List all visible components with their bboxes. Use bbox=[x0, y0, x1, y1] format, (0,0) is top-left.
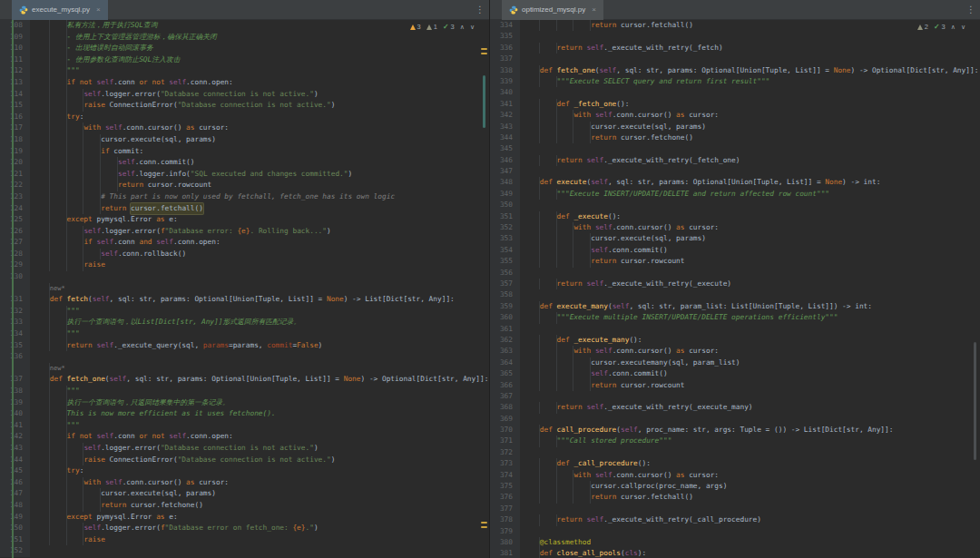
code-line: 369 bbox=[490, 414, 980, 425]
next-problem-icon[interactable]: ∨ bbox=[470, 24, 475, 31]
line-number: 338 bbox=[490, 65, 520, 76]
ok-badge[interactable]: ✓3 bbox=[443, 23, 455, 31]
code-line: 147cursor.execute(sql, params) bbox=[0, 488, 489, 500]
scrollbar-thumb[interactable] bbox=[974, 342, 976, 460]
code-editor-right[interactable]: 2 ✓3 ∧ ∨ 334return cursor.fetchall()3353… bbox=[490, 20, 980, 558]
code-line: 150self.logger.error(f"Database error on… bbox=[0, 523, 489, 534]
code-line: 370def call_procedure(self, proc_name: s… bbox=[490, 425, 980, 436]
line-number: 136 bbox=[0, 351, 30, 363]
code-line: 151raise bbox=[0, 534, 489, 546]
scrollbar[interactable] bbox=[479, 20, 489, 558]
code-line: 365self.conn.commit() bbox=[490, 368, 980, 379]
line-number: 366 bbox=[490, 380, 520, 391]
scrollbar-thumb[interactable] bbox=[483, 75, 485, 128]
prev-problem-icon[interactable]: ∧ bbox=[460, 24, 465, 31]
line-number: 380 bbox=[490, 537, 520, 548]
line-number: 374 bbox=[490, 470, 520, 481]
line-number: 149 bbox=[0, 512, 30, 524]
next-problem-icon[interactable]: ∨ bbox=[961, 24, 965, 31]
scrollbar-mark[interactable] bbox=[481, 53, 487, 54]
tab-label: execute_mysql.py bbox=[32, 5, 90, 14]
code-line: 136 bbox=[0, 351, 489, 363]
line-number: 114 bbox=[0, 89, 30, 101]
line-number: 354 bbox=[490, 245, 520, 256]
prev-problem-icon[interactable]: ∧ bbox=[951, 24, 956, 31]
code-line: 137def fetch_one(self, sql: str, params:… bbox=[0, 374, 489, 386]
weak-warning-badge[interactable]: 1 bbox=[426, 23, 437, 31]
kebab-menu-icon[interactable]: ⋮ bbox=[966, 5, 975, 15]
python-icon bbox=[19, 5, 28, 15]
kebab-menu-icon[interactable]: ⋮ bbox=[475, 5, 485, 15]
code-line: 140This is now more efficient as it uses… bbox=[0, 408, 489, 420]
tab-execute-mysql[interactable]: execute_mysql.py × bbox=[12, 0, 108, 20]
code-line: 373def _call_procedure(): bbox=[490, 458, 980, 469]
inspections-widget[interactable]: 3 1 ✓3 ∧ ∨ bbox=[410, 23, 475, 31]
line-number: 348 bbox=[490, 177, 520, 188]
code-line: 142if not self.conn or not self.conn.ope… bbox=[0, 431, 489, 443]
code-line: 366return cursor.rowcount bbox=[490, 380, 980, 391]
line-number: 108 bbox=[0, 20, 30, 32]
line-number: 360 bbox=[490, 312, 520, 323]
code-line: new* bbox=[0, 283, 489, 295]
line-number: 113 bbox=[0, 77, 30, 89]
code-line: 375cursor.callproc(proc_name, args) bbox=[490, 481, 980, 492]
line-number: 115 bbox=[0, 100, 30, 112]
line-number: 334 bbox=[490, 20, 520, 31]
ok-badge[interactable]: ✓3 bbox=[934, 23, 946, 31]
check-icon: ✓ bbox=[934, 23, 940, 31]
line-number: 122 bbox=[0, 180, 30, 191]
scrollbar[interactable] bbox=[970, 20, 980, 558]
line-number: 371 bbox=[490, 436, 520, 446]
inspections-widget[interactable]: 2 ✓3 ∧ ∨ bbox=[917, 23, 965, 31]
scrollbar-mark[interactable] bbox=[481, 48, 487, 50]
code-line: 114self.logger.error("Database connectio… bbox=[0, 89, 489, 101]
code-line: 116try: bbox=[0, 112, 489, 123]
line-number: 117 bbox=[0, 122, 30, 134]
line-number: 339 bbox=[490, 76, 520, 87]
code-line: 111- 使用参数化查询防止SQL注入攻击 bbox=[0, 54, 489, 66]
code-line: 121self.logger.info("SQL executed and ch… bbox=[0, 169, 489, 181]
code-line: 346return self._execute_with_retry(_fetc… bbox=[490, 155, 980, 166]
close-icon[interactable]: × bbox=[592, 5, 596, 14]
code-line: 139执行一个查询语句，只返回结果集中的第一条记录。 bbox=[0, 397, 489, 409]
warning-icon bbox=[410, 24, 416, 30]
line-number: 116 bbox=[0, 112, 30, 123]
tab-optimized-mysql[interactable]: optimized_mysql.py × bbox=[502, 0, 603, 20]
code-line: 148return cursor.fetchone() bbox=[0, 500, 489, 512]
line-number: 111 bbox=[0, 54, 30, 66]
line-number: 125 bbox=[0, 214, 30, 226]
line-number: 379 bbox=[490, 526, 520, 537]
code-line: 354self.conn.commit() bbox=[490, 245, 980, 256]
line-number: 365 bbox=[490, 368, 520, 379]
line-number: 352 bbox=[490, 222, 520, 233]
code-line: 145try: bbox=[0, 465, 489, 477]
close-icon[interactable]: × bbox=[96, 5, 101, 14]
line-number: 340 bbox=[490, 87, 520, 98]
code-lines: 334return cursor.fetchall()335336return … bbox=[490, 20, 980, 558]
line-number: 147 bbox=[0, 488, 30, 500]
line-number: 358 bbox=[490, 289, 520, 300]
line-number: 135 bbox=[0, 340, 30, 352]
line-number: 112 bbox=[0, 65, 30, 77]
code-line: 133执行一个查询语句，以List[Dict[str, Any]]形式返回所有匹… bbox=[0, 317, 489, 328]
code-line: 336return self._execute_with_retry(_fetc… bbox=[490, 43, 980, 54]
warning-badge[interactable]: 3 bbox=[410, 23, 421, 31]
code-line: 349"""Execute INSERT/UPDATE/DELETE and r… bbox=[490, 189, 980, 200]
weak-warning-badge[interactable]: 2 bbox=[917, 23, 928, 31]
line-number: 140 bbox=[0, 408, 30, 420]
line-number: 137 bbox=[0, 374, 30, 386]
weak-warning-icon bbox=[917, 24, 923, 30]
line-number: 129 bbox=[0, 259, 30, 271]
line-number: 351 bbox=[490, 211, 520, 222]
line-number: 146 bbox=[0, 477, 30, 489]
line-number: 131 bbox=[0, 294, 30, 306]
editor-pane-left: execute_mysql.py × ⋮ 3 1 ✓3 ∧ ∨ 108私有方法，… bbox=[0, 0, 489, 558]
scrollbar-mark[interactable] bbox=[481, 526, 487, 528]
code-line: 128self.conn.rollback() bbox=[0, 249, 489, 260]
code-line: 344return cursor.fetchone() bbox=[490, 132, 980, 143]
code-line: 368return self._execute_with_retry(_exec… bbox=[490, 402, 980, 413]
code-line: 381def close_all_pools(cls): bbox=[490, 548, 980, 558]
line-number: 359 bbox=[490, 301, 520, 312]
code-editor-left[interactable]: 3 1 ✓3 ∧ ∨ 108私有方法，用于执行SQL查询109- 使用上下文管理… bbox=[0, 20, 489, 558]
scrollbar-mark[interactable] bbox=[481, 522, 487, 524]
